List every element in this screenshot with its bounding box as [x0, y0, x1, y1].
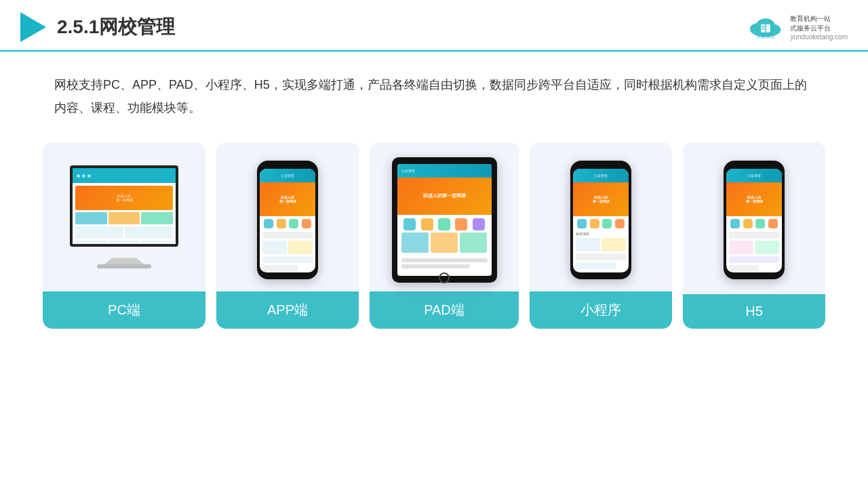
card-pad-label: PAD端 — [370, 291, 519, 329]
h5-phone-mockup: 云朵课堂 职进人的第一堂网课 — [724, 161, 785, 279]
description-text: 网校支持PC、APP、PAD、小程序、H5，实现多端打通，产品各终端自由切换，数… — [0, 52, 868, 136]
header-left: 2.5.1网校管理 — [20, 12, 175, 42]
pad-tablet-mockup: 云朵课堂 职进人的第一堂网课 — [392, 157, 497, 283]
app-label-text: APP端 — [267, 302, 308, 317]
card-app-image: 云朵课堂 职进人的第一堂网课 — [216, 142, 359, 291]
logo-area: 云朵课堂 教育机构一站式服务云平台 yunduoketang.com — [745, 14, 848, 41]
pc-mockup: 职进人的第一堂网课 — [63, 165, 185, 274]
miniapp-label-text: 小程序 — [580, 302, 621, 317]
logo-domain: yunduoketang.com — [790, 33, 848, 41]
svg-text:云朵课堂: 云朵课堂 — [756, 34, 775, 39]
page-title: 2.5.1网校管理 — [57, 14, 175, 40]
title-main: 网校管理 — [99, 16, 175, 37]
card-pad-image: 云朵课堂 职进人的第一堂网课 — [370, 142, 519, 291]
pad-label-text: PAD端 — [424, 302, 465, 317]
app-phone-mockup: 云朵课堂 职进人的第一堂网课 — [257, 161, 318, 279]
pc-screen: 职进人的第一堂网课 — [70, 165, 178, 247]
description-content: 网校支持PC、APP、PAD、小程序、H5，实现多端打通，产品各终端自由切换，数… — [54, 78, 807, 115]
card-pc: 职进人的第一堂网课 — [43, 142, 205, 329]
card-miniapp: 云朵课堂 职进人的第一堂网课 推荐课程 — [530, 142, 672, 329]
cards-container: 职进人的第一堂网课 — [0, 136, 868, 342]
card-h5-label: H5 — [683, 294, 825, 329]
svg-rect-6 — [762, 26, 765, 27]
play-icon — [20, 12, 46, 42]
card-app: 云朵课堂 职进人的第一堂网课 — [216, 142, 359, 329]
card-h5: 云朵课堂 职进人的第一堂网课 — [683, 142, 825, 329]
svg-rect-7 — [762, 28, 765, 30]
logo-icon: 云朵课堂 — [745, 15, 786, 39]
logo-tagline: 教育机构一站式服务云平台 — [790, 14, 831, 33]
miniapp-phone-mockup: 云朵课堂 职进人的第一堂网课 推荐课程 — [570, 161, 631, 279]
title-prefix: 2.5.1 — [57, 16, 99, 37]
card-pc-image: 职进人的第一堂网课 — [43, 142, 205, 291]
card-h5-image: 云朵课堂 职进人的第一堂网课 — [683, 142, 825, 291]
h5-label-text: H5 — [745, 304, 763, 319]
card-pc-label: PC端 — [43, 291, 205, 329]
card-miniapp-label: 小程序 — [530, 291, 672, 329]
card-pad: 云朵课堂 职进人的第一堂网课 — [370, 142, 519, 329]
pc-label-text: PC端 — [108, 302, 140, 317]
card-miniapp-image: 云朵课堂 职进人的第一堂网课 推荐课程 — [530, 142, 672, 291]
card-app-label: APP端 — [216, 291, 359, 329]
header: 2.5.1网校管理 云朵课堂 教育机构一站式服务云平台 yunduoketang… — [0, 0, 868, 52]
